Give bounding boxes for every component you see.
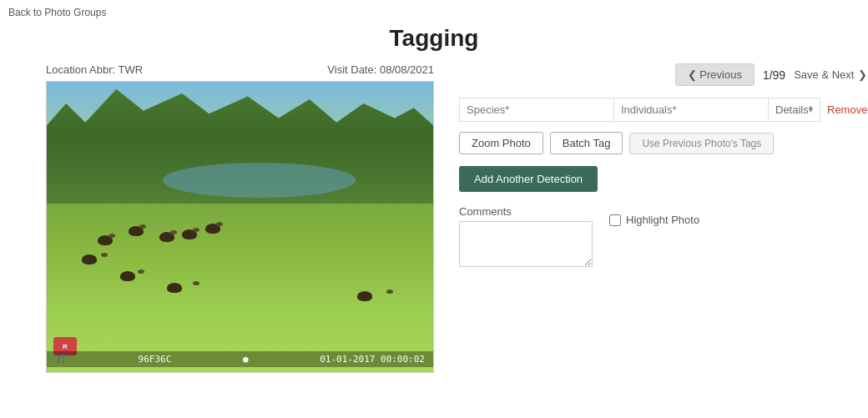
goose-9 (353, 290, 395, 320)
overlay-id: 96F36C (139, 354, 172, 365)
goose-4 (178, 228, 201, 244)
remove-link[interactable]: Remove (827, 103, 867, 116)
detection-row: Details* Remove (459, 98, 867, 122)
page-title: Tagging (0, 0, 868, 52)
highlight-section: Highlight Photo (609, 214, 699, 226)
overlay-datetime: 01-01-2017 00:00:02 (320, 354, 425, 365)
location-abbr: Location Abbr: TWR (46, 63, 143, 76)
goose-5 (201, 222, 225, 239)
goose-6 (78, 253, 109, 276)
details-select[interactable]: Details* (769, 98, 820, 121)
goose-2 (124, 224, 148, 241)
back-to-photo-groups-link[interactable]: Back to Photo Groups (8, 7, 106, 18)
nav-group: ❮ Previous 1/99 Save & Next ❯ (459, 63, 867, 86)
grass-bg (47, 204, 433, 372)
goose-8 (163, 281, 201, 308)
comments-section: Comments Highlight Photo (459, 205, 867, 269)
comments-textarea[interactable] (459, 221, 593, 267)
photo-meta: Location Abbr: TWR Visit Date: 08/08/202… (46, 63, 434, 76)
overlay-dot: ● (243, 354, 249, 365)
batch-tag-button[interactable]: Batch Tag (550, 132, 623, 154)
photo-overlay: 🎵 96F36C ● 01-01-2017 00:00:02 (47, 351, 433, 367)
photo-counter: 1/99 (763, 68, 785, 82)
water-bg (163, 163, 356, 198)
overlay-icon: 🎵 (55, 354, 67, 365)
tagging-section: ❮ Previous 1/99 Save & Next ❯ Details* R… (459, 63, 867, 373)
visit-date: Visit Date: 08/08/2021 (327, 63, 434, 76)
species-input[interactable] (460, 98, 614, 121)
action-buttons: Zoom Photo Batch Tag Use Previous Photo'… (459, 132, 867, 154)
save-next-button[interactable]: Save & Next ❯ (794, 68, 867, 81)
comments-label: Comments (459, 205, 593, 218)
highlight-photo-label: Highlight Photo (626, 214, 699, 226)
goose-1 (93, 234, 117, 250)
comments-block: Comments (459, 205, 593, 269)
zoom-photo-button[interactable]: Zoom Photo (459, 132, 543, 154)
highlight-photo-checkbox[interactable] (609, 214, 621, 226)
use-prev-tags-button[interactable]: Use Previous Photo's Tags (629, 133, 774, 154)
photo-image: R 🎵 96F36C ● 01-01-2017 00:00:02 (47, 82, 433, 372)
photo-container: R 🎵 96F36C ● 01-01-2017 00:00:02 (46, 81, 434, 373)
detection-fields: Details* (459, 98, 820, 122)
add-another-detection-button[interactable]: Add Another Detection (459, 166, 598, 192)
details-wrapper: Details* (769, 98, 820, 121)
goose-3 (155, 230, 179, 247)
individuals-input[interactable] (614, 98, 769, 121)
photo-section: Location Abbr: TWR Visit Date: 08/08/202… (46, 63, 434, 373)
prev-button[interactable]: ❮ Previous (675, 63, 754, 86)
goose-7 (116, 269, 146, 291)
